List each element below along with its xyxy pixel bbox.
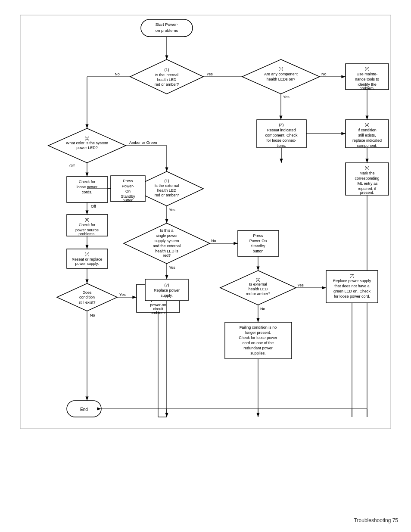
svg-text:health LED is: health LED is	[155, 249, 178, 253]
svg-text:(5): (5)	[365, 166, 370, 170]
svg-text:Is the external: Is the external	[155, 184, 179, 188]
svg-text:Standby: Standby	[251, 244, 265, 248]
svg-text:(1): (1)	[165, 68, 169, 72]
svg-text:No: No	[260, 307, 265, 311]
svg-text:supply.: supply.	[161, 293, 173, 298]
svg-text:Is this a: Is this a	[160, 228, 173, 233]
svg-text:Replace power supply: Replace power supply	[333, 279, 371, 283]
svg-text:Off: Off	[69, 164, 75, 168]
svg-text:On: On	[125, 189, 131, 193]
svg-text:component. Check: component. Check	[265, 133, 298, 137]
svg-text:What color is the system: What color is the system	[66, 141, 108, 145]
svg-text:red or amber?: red or amber?	[155, 193, 179, 197]
svg-text:(1): (1)	[85, 136, 90, 140]
svg-text:Are any component: Are any component	[264, 72, 298, 76]
svg-text:button: button	[252, 249, 263, 253]
svg-text:Yes: Yes	[283, 95, 290, 99]
svg-text:redundant power: redundant power	[243, 346, 273, 350]
svg-text:(3): (3)	[279, 123, 284, 127]
svg-text:nance tools to: nance tools to	[355, 77, 379, 81]
svg-text:and the external: and the external	[153, 244, 181, 248]
page-footer: Troubleshooting 75	[354, 517, 398, 523]
svg-text:button: button	[122, 198, 133, 202]
svg-text:on problems: on problems	[156, 28, 178, 33]
svg-text:Press: Press	[123, 179, 133, 183]
svg-text:green LED on. Check: green LED on. Check	[333, 289, 371, 293]
svg-text:problems.: problems.	[78, 232, 96, 236]
svg-marker-15	[242, 59, 320, 94]
svg-text:(1): (1)	[256, 277, 261, 282]
svg-text:health LED: health LED	[157, 188, 177, 193]
svg-text:Yes: Yes	[206, 72, 213, 76]
svg-text:health LED: health LED	[157, 78, 177, 82]
flowchart-svg: Start Power- on problems (1) Is the inte…	[18, 13, 393, 435]
page: Start Power- on problems (1) Is the inte…	[0, 0, 411, 532]
svg-text:component.: component.	[357, 143, 377, 148]
svg-text:(2): (2)	[365, 67, 370, 71]
svg-text:(4): (4)	[365, 123, 370, 127]
svg-text:IML entry as: IML entry as	[356, 181, 378, 186]
svg-text:Does: Does	[82, 290, 92, 295]
svg-text:Reseat or replace: Reseat or replace	[72, 257, 102, 261]
svg-text:condition: condition	[79, 295, 95, 299]
svg-text:(7): (7)	[350, 274, 355, 278]
svg-text:No: No	[211, 239, 216, 243]
svg-text:Press: Press	[253, 233, 263, 238]
svg-text:corresponding: corresponding	[355, 176, 379, 180]
svg-text:(1): (1)	[165, 179, 169, 183]
svg-text:longer present.: longer present.	[245, 330, 271, 335]
svg-text:Off: Off	[91, 204, 96, 208]
svg-text:replace indicated: replace indicated	[352, 138, 382, 143]
svg-text:(7): (7)	[85, 252, 90, 256]
svg-text:Yes: Yes	[297, 283, 304, 287]
footer-text: Troubleshooting 75	[354, 517, 398, 523]
svg-text:Yes: Yes	[169, 208, 175, 212]
svg-text:for loose power cord.: for loose power cord.	[334, 294, 370, 299]
svg-text:Failing condition is no: Failing condition is no	[240, 325, 277, 330]
svg-text:(6): (6)	[85, 218, 90, 222]
svg-text:No: No	[321, 72, 327, 76]
svg-text:still exists,: still exists,	[358, 133, 376, 137]
svg-text:supply system: supply system	[154, 239, 179, 243]
svg-text:red or amber?: red or amber?	[246, 292, 271, 296]
svg-text:End: End	[80, 407, 88, 412]
svg-text:Yes: Yes	[169, 265, 175, 270]
svg-text:that does not have a: that does not have a	[334, 284, 370, 288]
svg-text:power LED?: power LED?	[76, 146, 98, 150]
svg-text:Start Power-: Start Power-	[156, 22, 178, 27]
svg-text:health LEDs on?: health LEDs on?	[267, 77, 296, 81]
svg-text:Check for loose power: Check for loose power	[239, 336, 277, 340]
svg-text:Reseat indicated: Reseat indicated	[267, 128, 296, 132]
svg-text:power supply.: power supply.	[75, 261, 99, 266]
svg-text:(7): (7)	[165, 283, 169, 287]
flowchart-diagram: Start Power- on problems (1) Is the inte…	[18, 13, 393, 435]
svg-text:red or amber?: red or amber?	[155, 82, 179, 87]
svg-text:still exist?: still exist?	[78, 300, 95, 305]
svg-text:No: No	[90, 313, 95, 317]
svg-text:If condition: If condition	[358, 128, 377, 132]
svg-text:Is the internal: Is the internal	[155, 73, 178, 77]
svg-text:Is external: Is external	[249, 282, 267, 286]
svg-text:Check for: Check for	[79, 180, 96, 184]
svg-text:health LED: health LED	[249, 287, 268, 291]
svg-text:Power-: Power-	[122, 184, 134, 188]
svg-text:cords.: cords.	[82, 190, 93, 194]
svg-text:Replace power: Replace power	[154, 288, 180, 292]
svg-text:Yes: Yes	[119, 292, 126, 297]
svg-text:supplies.: supplies.	[250, 351, 266, 355]
svg-text:red?: red?	[163, 253, 171, 258]
svg-text:for loose connec-: for loose connec-	[266, 138, 296, 143]
svg-text:Power-On: Power-On	[249, 239, 267, 243]
svg-text:Use mainte-: Use mainte-	[357, 72, 378, 76]
svg-text:Mark the: Mark the	[359, 171, 374, 175]
svg-text:No: No	[115, 72, 120, 76]
svg-text:present.: present.	[360, 190, 374, 195]
svg-text:tions.: tions.	[277, 143, 286, 148]
svg-text:Check for: Check for	[79, 223, 96, 227]
svg-text:cord on one of the: cord on one of the	[243, 341, 274, 345]
svg-text:(1): (1)	[279, 67, 283, 71]
svg-text:single power: single power	[156, 233, 178, 238]
svg-text:Amber or Green: Amber or Green	[129, 140, 157, 145]
